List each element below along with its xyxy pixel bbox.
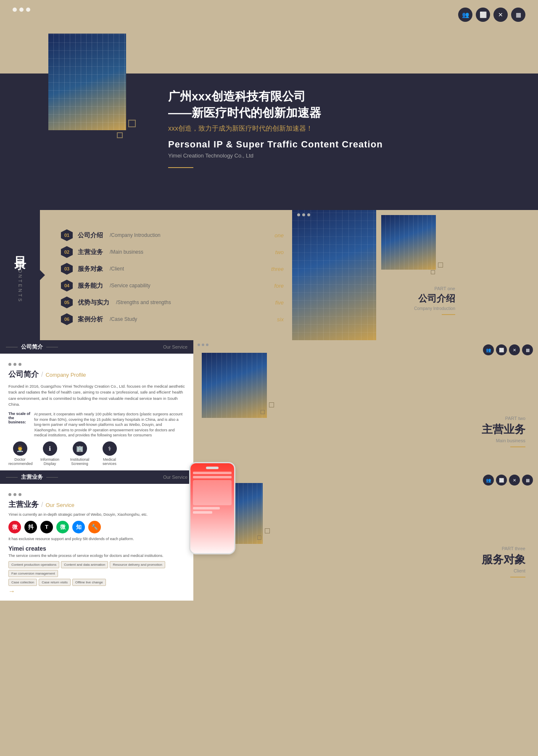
- toc-en-6: /Case Study: [110, 316, 137, 322]
- yimei-desc: The service covers the whole process of …: [8, 554, 185, 558]
- toc-num-1: 01: [61, 229, 73, 241]
- part2-sq2: [261, 410, 265, 414]
- tag-4: Fan conversion management: [8, 570, 58, 577]
- hero-accent-line: [168, 167, 193, 168]
- deco-sq-1: [438, 262, 443, 268]
- toc-cn-1: 公司介绍: [78, 231, 103, 239]
- mb-header-line-l: [6, 477, 18, 478]
- part-one-label: PART one: [414, 286, 455, 291]
- toc-en-5: /Strengths and strengths: [116, 299, 171, 305]
- tag-2: Content and data animation: [61, 561, 108, 568]
- part2-icon-2[interactable]: ⬜: [496, 344, 507, 355]
- phone-screen: [190, 463, 234, 553]
- toc-building-photo: [292, 210, 376, 340]
- toc-cn-6: 案例分析: [78, 315, 103, 323]
- toc-order-4: fore: [274, 283, 284, 289]
- cp-icon-doctor: 👨‍⚕️ Doctor recommended: [8, 441, 32, 466]
- service-tags-2: Case collection Case return visits Offli…: [8, 579, 185, 586]
- main-biz-panel: 主营业务 Our Service 主营业务 / Our Service Yime…: [0, 470, 193, 601]
- building-dots: [297, 213, 310, 216]
- toc-order-5: five: [275, 299, 284, 306]
- slide-toc: 目录 / CONTENTS 01 公司介绍 /Company Introduct…: [0, 210, 538, 340]
- part2-cn: 主营业务: [482, 422, 525, 437]
- part2-icon-4[interactable]: ▦: [522, 344, 533, 355]
- part3-en: Client: [482, 568, 525, 573]
- info-icon: ℹ: [43, 441, 57, 456]
- part3-icon-2[interactable]: ⬜: [496, 475, 507, 486]
- service-tags: Content production operations Content an…: [8, 561, 185, 577]
- toc-label-en: CONTENTS: [18, 264, 23, 303]
- sidebar-arrow: [40, 270, 45, 280]
- part3-icon-1[interactable]: 👥: [483, 475, 494, 486]
- part-three-card: 👥 ⬜ ✕ ▦ PART three 服务对象 Client: [193, 470, 538, 601]
- service-arrow: →: [8, 588, 185, 595]
- tag-7: Offline live change: [72, 579, 106, 586]
- tag-5: Case collection: [8, 579, 37, 586]
- toc-cn-4: 服务能力: [78, 282, 103, 290]
- main-biz-content: 主营业务 / Our Service Yimei is currently an…: [8, 493, 185, 595]
- slide-main-business: 主营业务 Our Service 主营业务 / Our Service Yime…: [0, 470, 538, 601]
- phone-img: [193, 480, 232, 505]
- part-one-cn: 公司介绍: [414, 292, 455, 305]
- mb-title: 主营业务 / Our Service: [8, 499, 185, 509]
- tiktok-icon: T: [40, 521, 53, 533]
- hero-title-en: Personal IP & Super Traffic Content Crea…: [168, 139, 504, 150]
- cp-title-cn: 公司简介: [8, 369, 39, 379]
- toc-cn-3: 服务对象: [78, 265, 103, 273]
- calendar-icon[interactable]: ▦: [511, 8, 525, 22]
- cp-title-en: Company Profile: [45, 372, 86, 378]
- part3-icon-3[interactable]: ✕: [509, 475, 520, 486]
- part2-dots: [198, 344, 208, 346]
- cp-icon-institution: 🏢 Institutional Screening: [68, 441, 91, 466]
- panel-header-bar: 公司简介 Our Service: [0, 340, 193, 354]
- part-two-card: 👥 ⬜ ✕ ▦ PART two 主营业务 Main business: [193, 340, 538, 470]
- part3-icons[interactable]: 👥 ⬜ ✕ ▦: [483, 475, 533, 486]
- toolbar-icons[interactable]: 👥 ⬜ ✕ ▦: [458, 8, 525, 22]
- part3-icon-4[interactable]: ▦: [522, 475, 533, 486]
- window-dots: [13, 8, 30, 12]
- part2-icons[interactable]: 👥 ⬜ ✕ ▦: [483, 344, 533, 355]
- toc-item-5: 05 优势与实力 /Strengths and strengths five: [61, 297, 284, 308]
- toc-cn-5: 优势与实力: [78, 299, 109, 307]
- tag-6: Case return visits: [39, 579, 71, 586]
- part2-part-label: PART two: [482, 416, 525, 421]
- toc-item-4: 04 服务能力 /Service capability fore: [61, 280, 284, 291]
- part3-cn: 服务对象: [482, 552, 525, 567]
- mb-slash: /: [41, 501, 43, 509]
- institution-icon: 🏢: [73, 441, 87, 456]
- people-icon[interactable]: 👥: [458, 8, 472, 22]
- toc-right-strip: [460, 210, 538, 340]
- part-one-building: [381, 215, 436, 270]
- toc-num-2: 02: [61, 246, 73, 258]
- tag-1: Content production operations: [8, 561, 59, 568]
- toc-label-cn: 目录: [12, 247, 28, 252]
- part2-icon-3[interactable]: ✕: [509, 344, 520, 355]
- mb-dots: [8, 493, 185, 496]
- hero-subtitle-cn: xxx创造，致力于成为新医疗时代的创新加速器！: [168, 124, 504, 133]
- part2-icon-1[interactable]: 👥: [483, 344, 494, 355]
- hero-title-cn: 广州xxx创造科技有限公司 ——新医疗时代的创新加速器: [168, 88, 504, 121]
- toc-order-1: one: [274, 232, 284, 239]
- part2-text: PART two 主营业务 Main business: [482, 416, 525, 447]
- company-profile-content: 公司简介 / Company Profile Founded in 2016, …: [8, 363, 185, 478]
- cp-scale-content: At present, it cooperates with nearly 10…: [34, 412, 185, 438]
- cp-icon-label-1: Doctor recommended: [8, 457, 32, 466]
- part-one-card: PART one 公司介绍 Company Introduction: [376, 210, 460, 340]
- slide-hero: 👥 ⬜ ✕ ▦ 广州xxx创造科技有限公司 ——新医疗时代的创新加速器 xxx创…: [0, 0, 538, 210]
- douyin-icon: 抖: [24, 521, 37, 533]
- panel-header-service: Our Service: [163, 344, 187, 349]
- main-biz-header-service: Our Service: [163, 475, 187, 480]
- wrench-icon[interactable]: ✕: [493, 8, 508, 22]
- cp-body-text: Founded in 2016, Guangzhou Yimei Technol…: [8, 383, 185, 407]
- tag-3: Resource delivery and promotion: [110, 561, 165, 568]
- toc-num-4: 04: [61, 280, 73, 291]
- phone-mockup: [189, 462, 235, 554]
- monitor-icon[interactable]: ⬜: [476, 8, 490, 22]
- mb-title-en: Our Service: [45, 502, 74, 508]
- part-one-en: Company Introduction: [414, 306, 455, 311]
- wechat-icon: 微: [56, 521, 69, 533]
- phone-bar-4: [193, 511, 212, 514]
- toc-order-3: three: [271, 266, 284, 272]
- cp-icon-label-2: Information Display: [38, 457, 61, 466]
- part3-part-label: PART three: [482, 546, 525, 551]
